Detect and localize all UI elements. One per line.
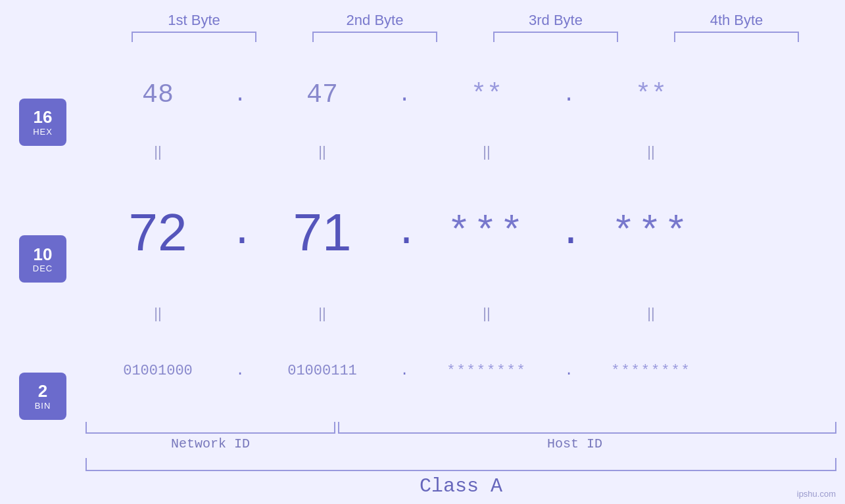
dec-b2: 71 xyxy=(250,202,395,263)
eq8: || xyxy=(579,305,723,322)
eq1: || xyxy=(85,143,230,160)
byte3-header: 3rd Byte xyxy=(483,12,628,29)
bin-b1: 01001000 xyxy=(85,363,230,379)
dec-b3: *** xyxy=(414,210,559,255)
host-id-label: Host ID xyxy=(338,436,811,451)
class-label: Class A xyxy=(85,475,836,497)
id-labels-row: Network ID Host ID xyxy=(85,436,845,451)
bin-row: 01001000 . 01000111 . ******** . *******… xyxy=(85,323,845,418)
bracket-4 xyxy=(674,32,799,42)
eq3: || xyxy=(414,143,559,160)
hex-row: 48 . 47 . ** . ** xyxy=(85,47,845,142)
bottom-brackets-row xyxy=(85,422,845,434)
hex-b3: ** xyxy=(414,80,559,110)
host-id-bracket xyxy=(338,422,836,434)
bin-dot2: . xyxy=(395,363,414,379)
network-id-label: Network ID xyxy=(85,436,335,451)
hex-b4: ** xyxy=(579,80,723,110)
bin-b4: ******** xyxy=(579,363,723,379)
dec-dot2: . xyxy=(395,210,414,255)
byte-headers: 1st Byte 2nd Byte 3rd Byte 4th Byte xyxy=(104,12,827,29)
data-area: 48 . 47 . ** . ** || || xyxy=(85,47,845,504)
bin-dot1: . xyxy=(230,363,250,379)
dec-dot3: . xyxy=(559,210,579,255)
dec-badge-num: 10 xyxy=(34,245,53,264)
main-grid: 16 HEX 10 DEC 2 BIN 48 . 47 xyxy=(0,47,845,504)
byte1-header: 1st Byte xyxy=(122,12,266,29)
dec-b1: 72 xyxy=(85,202,230,263)
equals-row-1: || || || || xyxy=(85,142,845,162)
dec-b4: *** xyxy=(579,210,723,255)
eq5: || xyxy=(85,305,230,322)
byte2-header: 2nd Byte xyxy=(302,12,447,29)
bin-dot3: . xyxy=(559,363,579,379)
network-id-bracket xyxy=(85,422,335,434)
hex-dot2: . xyxy=(395,83,414,107)
hex-dot3: . xyxy=(559,83,579,107)
dec-dot1: . xyxy=(230,210,250,255)
eq2: || xyxy=(250,143,395,160)
hex-badge-num: 16 xyxy=(34,108,53,127)
hex-badge-label: HEX xyxy=(33,127,53,137)
dec-badge-label: DEC xyxy=(33,263,53,273)
watermark: ipshu.com xyxy=(797,489,836,499)
byte4-header: 4th Byte xyxy=(664,12,809,29)
equals-row-2: || || || || xyxy=(85,304,845,323)
hex-b2: 47 xyxy=(250,80,395,110)
bracket-3 xyxy=(493,32,618,42)
bin-badge-num: 2 xyxy=(38,382,47,401)
hex-b1: 48 xyxy=(85,80,230,110)
eq6: || xyxy=(250,305,395,322)
badges-column: 16 HEX 10 DEC 2 BIN xyxy=(0,47,85,504)
bracket-1 xyxy=(132,32,256,42)
hex-badge: 16 HEX xyxy=(19,99,66,146)
bin-b3: ******** xyxy=(414,363,559,379)
dec-row: 72 . 71 . *** . *** xyxy=(85,162,845,304)
main-container: 1st Byte 2nd Byte 3rd Byte 4th Byte 16 H… xyxy=(0,0,845,504)
dec-badge: 10 DEC xyxy=(19,235,66,283)
hex-dot1: . xyxy=(230,83,250,107)
class-bracket xyxy=(85,458,836,471)
top-brackets xyxy=(104,32,827,42)
bin-badge: 2 BIN xyxy=(19,373,66,420)
bin-badge-label: BIN xyxy=(35,401,51,411)
eq4: || xyxy=(579,143,723,160)
eq7: || xyxy=(414,305,559,322)
bracket-2 xyxy=(312,32,437,42)
bin-b2: 01000111 xyxy=(250,363,395,379)
